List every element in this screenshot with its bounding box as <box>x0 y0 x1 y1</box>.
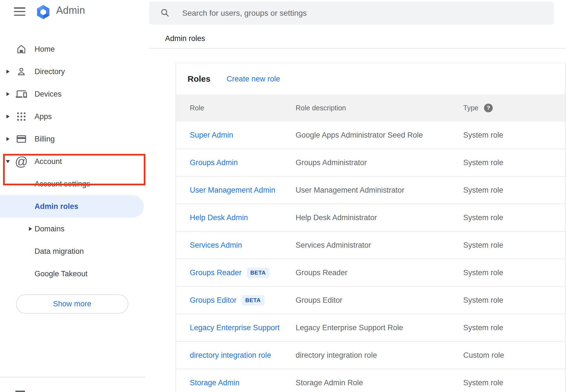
column-header-description: Role description <box>296 104 463 112</box>
role-type-cell: System role <box>463 131 565 140</box>
menu-icon[interactable] <box>14 7 25 16</box>
roles-panel-header: Roles Create new role <box>176 63 565 94</box>
role-description-cell: directory integration role <box>296 351 463 360</box>
role-description-cell: Groups Editor <box>296 296 463 305</box>
role-type-cell: Custom role <box>463 351 565 360</box>
sidebar-item-directory[interactable]: Directory <box>0 60 149 83</box>
role-type-cell: System role <box>463 323 565 332</box>
at-sign-icon: @ <box>15 155 28 168</box>
table-row-legacy-enterprise-support: Legacy Enterprise SupportLegacy Enterpri… <box>176 314 565 342</box>
role-link[interactable]: directory integration role <box>190 351 271 360</box>
chevron-right-icon[interactable] <box>27 225 34 232</box>
search-icon <box>160 8 170 19</box>
sidebar-item-account-settings[interactable]: Account settings <box>0 173 149 195</box>
role-cell: Groups EditorBETA <box>190 295 296 306</box>
role-link[interactable]: User Management Admin <box>190 186 275 195</box>
role-description-cell: Groups Administrator <box>296 158 463 167</box>
sidebar-item-label: Devices <box>35 90 61 99</box>
chevron-down-icon[interactable] <box>4 158 11 165</box>
roles-panel: Roles Create new role Role Role descript… <box>175 63 566 392</box>
app-title: Admin <box>56 4 85 16</box>
role-link[interactable]: Groups Editor <box>190 296 237 305</box>
home-icon <box>15 43 28 55</box>
table-row-storage-admin: Storage AdminStorage Admin RoleSystem ro… <box>176 369 565 392</box>
role-description-cell: Google Apps Administrator Seed Role <box>296 131 463 140</box>
role-cell: Groups Admin <box>190 158 296 167</box>
table-row-groups-admin: Groups AdminGroups AdministratorSystem r… <box>176 149 565 177</box>
chevron-right-icon[interactable] <box>4 91 11 97</box>
role-type-cell: System role <box>463 186 565 195</box>
role-link[interactable]: Super Admin <box>190 131 233 140</box>
sidebar-item-label: Domains <box>35 225 65 233</box>
role-type-cell: System role <box>463 296 565 305</box>
chevron-right-icon[interactable] <box>4 68 11 75</box>
role-link[interactable]: Services Admin <box>190 241 242 250</box>
table-row-help-desk-admin: Help Desk AdminHelp Desk AdministratorSy… <box>176 204 565 232</box>
role-description-cell: Storage Admin Role <box>296 379 463 387</box>
role-cell: Services Admin <box>190 241 296 250</box>
role-cell: Legacy Enterprise Support <box>190 323 296 332</box>
sidebar-item-label: Account settings <box>35 180 90 188</box>
beta-badge: BETA <box>247 268 270 278</box>
sidebar-item-google-takeout[interactable]: Google Takeout <box>0 263 149 285</box>
column-header-role: Role <box>190 104 296 112</box>
search-input[interactable] <box>182 8 520 18</box>
table-row-groups-editor: Groups EditorBETAGroups EditorSystem rol… <box>176 287 565 314</box>
sidebar-item-domains[interactable]: Domains <box>0 218 149 240</box>
sidebar-item-admin-roles[interactable]: Admin roles <box>0 195 144 218</box>
help-icon[interactable]: ? <box>484 104 493 112</box>
sidebar-item-devices[interactable]: Devices <box>0 83 149 105</box>
role-cell: User Management Admin <box>190 186 296 195</box>
devices-icon <box>15 88 28 100</box>
sidebar-item-apps[interactable]: Apps <box>0 105 149 128</box>
sidebar-item-home[interactable]: Home <box>0 38 149 60</box>
sidebar-item-label: Data migration <box>35 247 84 256</box>
sidebar-header: Admin <box>0 0 149 25</box>
sidebar-divider <box>0 377 145 377</box>
sidebar-item-label: Google Takeout <box>35 270 88 278</box>
role-type-cell: System role <box>463 379 565 387</box>
role-description-cell: Groups Reader <box>296 268 463 277</box>
create-new-role-link[interactable]: Create new role <box>227 74 280 83</box>
role-link[interactable]: Legacy Enterprise Support <box>190 323 280 332</box>
content-divider <box>149 48 566 49</box>
sidebar-item-billing[interactable]: Billing <box>0 128 149 150</box>
panel-title: Roles <box>188 74 211 84</box>
apps-grid-icon <box>15 110 28 123</box>
main-content: Admin roles Roles Create new role Role R… <box>149 0 566 392</box>
roles-table-body: Super AdminGoogle Apps Administrator See… <box>176 122 565 392</box>
role-description-cell: Help Desk Administrator <box>296 213 463 222</box>
admin-logo-icon <box>35 4 51 21</box>
sidebar-item-account[interactable]: @Account <box>0 150 149 173</box>
table-row-groups-reader: Groups ReaderBETAGroups ReaderSystem rol… <box>176 259 565 287</box>
table-row-services-admin: Services AdminServices AdministratorSyst… <box>176 232 565 259</box>
sidebar-item-label: Apps <box>35 112 52 121</box>
role-link[interactable]: Groups Admin <box>190 158 238 167</box>
role-cell: Help Desk Admin <box>190 213 296 222</box>
sidebar-nav: HomeDirectoryDevicesAppsBilling@AccountA… <box>0 38 149 285</box>
column-header-type: Type ? <box>463 104 565 112</box>
role-description-cell: User Management Administrator <box>296 186 463 195</box>
role-cell: Storage Admin <box>190 379 296 387</box>
sidebar-item-data-migration[interactable]: Data migration <box>0 240 149 263</box>
sidebar-item-label: Account <box>35 157 62 166</box>
chevron-right-icon[interactable] <box>4 136 11 142</box>
clipped-bottom-icon <box>15 391 25 392</box>
sidebar-item-label: Admin roles <box>35 202 78 211</box>
credit-card-icon <box>15 133 28 145</box>
role-cell: directory integration role <box>190 351 296 360</box>
chevron-right-icon[interactable] <box>4 113 11 120</box>
role-cell: Groups ReaderBETA <box>190 268 296 278</box>
sidebar-item-label: Directory <box>35 67 65 76</box>
breadcrumb: Admin roles <box>165 34 205 43</box>
role-description-cell: Legacy Enterprise Support Role <box>296 323 463 332</box>
role-link[interactable]: Storage Admin <box>190 379 239 387</box>
table-row-super-admin: Super AdminGoogle Apps Administrator See… <box>176 122 565 149</box>
beta-badge: BETA <box>242 295 264 306</box>
role-link[interactable]: Help Desk Admin <box>190 213 248 222</box>
sidebar-item-label: Billing <box>35 135 55 143</box>
table-header-row: Role Role description Type ? <box>176 94 565 122</box>
search-bar[interactable] <box>149 1 554 25</box>
role-link[interactable]: Groups Reader <box>190 268 242 277</box>
show-more-button[interactable]: Show more <box>16 294 128 314</box>
